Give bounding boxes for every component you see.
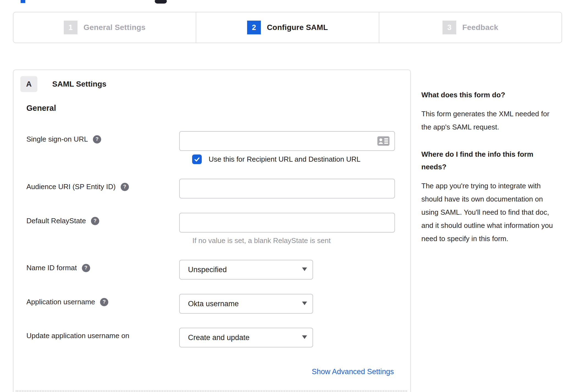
selected-value: Okta username bbox=[188, 294, 239, 313]
help-icon[interactable]: ? bbox=[82, 264, 90, 272]
default-relaystate-label: Default RelayState ? bbox=[26, 217, 99, 225]
recipient-url-checkbox[interactable] bbox=[192, 154, 202, 164]
section-header: A SAML Settings bbox=[20, 76, 106, 92]
help-answer-1: This form generates the XML needed for t… bbox=[421, 107, 560, 134]
sso-url-input[interactable] bbox=[179, 131, 395, 151]
cutoff-dark-toggle-fragment bbox=[155, 0, 167, 4]
section-title: SAML Settings bbox=[52, 80, 106, 89]
help-icon[interactable]: ? bbox=[93, 135, 101, 143]
help-panel: What does this form do? This form genera… bbox=[421, 89, 560, 245]
sso-url-label: Single sign-on URL ? bbox=[26, 135, 101, 143]
step-label: Configure SAML bbox=[267, 23, 328, 32]
step-configure-saml[interactable]: 2 Configure SAML bbox=[196, 12, 378, 43]
chevron-down-icon bbox=[302, 335, 307, 339]
application-username-label: Application username ? bbox=[26, 298, 108, 306]
help-icon[interactable]: ? bbox=[100, 298, 108, 306]
help-question-2: Where do I find the info this form needs… bbox=[421, 148, 560, 173]
step-label: Feedback bbox=[462, 23, 498, 32]
cutoff-blue-fragment bbox=[21, 0, 25, 3]
recipient-url-checkbox-row: Use this for Recipient URL and Destinati… bbox=[192, 154, 361, 164]
step-feedback[interactable]: 3 Feedback bbox=[379, 12, 562, 43]
general-group-heading: General bbox=[26, 104, 56, 113]
wizard-stepper: 1 General Settings 2 Configure SAML 3 Fe… bbox=[13, 12, 562, 43]
section-divider-dashed bbox=[16, 391, 407, 391]
section-a-badge: A bbox=[20, 76, 37, 92]
help-icon[interactable]: ? bbox=[121, 183, 129, 191]
selected-value: Unspecified bbox=[188, 260, 227, 279]
recipient-url-checkbox-label[interactable]: Use this for Recipient URL and Destinati… bbox=[209, 155, 361, 164]
application-username-select[interactable]: Okta username bbox=[179, 294, 313, 314]
saml-settings-panel: A SAML Settings General Single sign-on U… bbox=[13, 70, 411, 392]
selected-value: Create and update bbox=[188, 328, 250, 347]
step-label: General Settings bbox=[84, 23, 146, 32]
audience-uri-label: Audience URI (SP Entity ID) ? bbox=[26, 183, 129, 191]
help-icon[interactable]: ? bbox=[91, 217, 99, 225]
default-relaystate-input[interactable] bbox=[179, 213, 395, 233]
contact-card-icon[interactable] bbox=[377, 136, 389, 146]
chevron-down-icon bbox=[302, 267, 307, 271]
show-advanced-settings-link[interactable]: Show Advanced Settings bbox=[312, 368, 394, 376]
update-application-username-label: Update application username on bbox=[26, 332, 129, 340]
step-number-badge: 3 bbox=[443, 21, 456, 34]
step-general-settings[interactable]: 1 General Settings bbox=[13, 12, 196, 43]
audience-uri-input[interactable] bbox=[179, 179, 395, 198]
name-id-format-select[interactable]: Unspecified bbox=[179, 260, 313, 280]
step-number-badge: 1 bbox=[64, 21, 78, 34]
check-icon bbox=[194, 156, 200, 163]
step-number-badge: 2 bbox=[247, 21, 261, 34]
update-application-username-select[interactable]: Create and update bbox=[179, 328, 313, 347]
help-question-1: What does this form do? bbox=[421, 89, 560, 101]
name-id-format-label: Name ID format ? bbox=[26, 264, 90, 272]
relaystate-hint: If no value is set, a blank RelayState i… bbox=[192, 236, 331, 245]
chevron-down-icon bbox=[302, 302, 307, 305]
help-answer-2: The app you're trying to integrate with … bbox=[421, 179, 560, 245]
